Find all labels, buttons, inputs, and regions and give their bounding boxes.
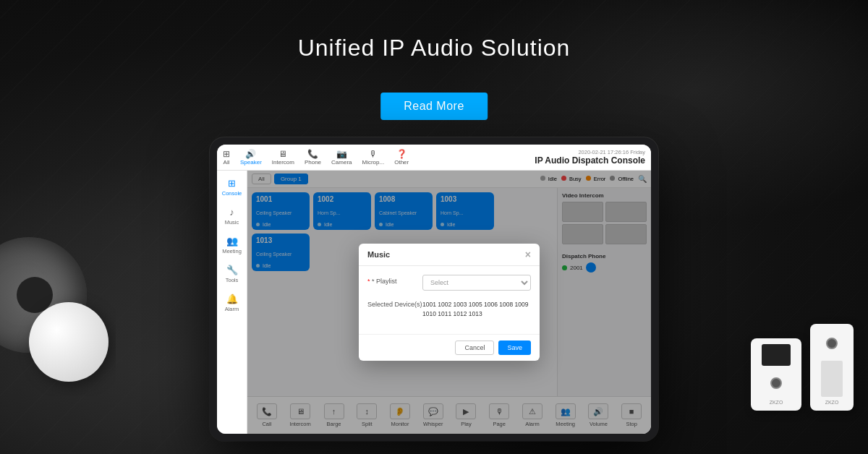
modal-cancel-button[interactable]: Cancel (455, 340, 494, 355)
modal-header: Music × (359, 244, 540, 266)
phone-icon: 📞 (307, 150, 318, 158)
sidebar-item-alarm[interactable]: 🔔 Alarm (218, 289, 246, 317)
tablet-container: ⊞ All 🔊 Speaker 🖥 Intercom 📞 Phone (210, 137, 658, 441)
nav-other-label: Other (394, 159, 409, 166)
music-modal: Music × * * Playlist Select (359, 244, 540, 361)
speaker-icon: 🔊 (245, 150, 256, 158)
sidebar-item-console[interactable]: ⊞ Console (218, 174, 246, 201)
playlist-label: * * Playlist (367, 275, 418, 285)
app-topbar: ⊞ All 🔊 Speaker 🖥 Intercom 📞 Phone (217, 145, 651, 171)
nav-phone-label: Phone (305, 159, 321, 166)
tablet-outer: ⊞ All 🔊 Speaker 🖥 Intercom 📞 Phone (210, 137, 658, 441)
sidebar-item-music[interactable]: ♪ Music (218, 202, 246, 230)
nav-all[interactable]: ⊞ All (223, 150, 230, 166)
app-title-right: 2020-02-21 17:26:16 Friday IP Audio Disp… (535, 149, 645, 166)
right-device-decorations: ZKZO ZKZO (751, 324, 854, 411)
nav-icons: ⊞ All 🔊 Speaker 🖥 Intercom 📞 Phone (223, 150, 409, 166)
nav-microphone[interactable]: 🎙 Microp... (362, 150, 385, 166)
console-title: IP Audio Dispatch Console (535, 155, 645, 166)
meeting-icon: 👥 (226, 236, 238, 247)
page-title: Unified IP Audio Solution (0, 35, 868, 61)
alarm-icon: 🔔 (226, 294, 238, 304)
modal-footer: Cancel Save (359, 334, 540, 361)
nav-other[interactable]: ❓ Other (394, 150, 409, 166)
read-more-button[interactable]: Read More (380, 93, 488, 120)
playlist-row: * * Playlist Select (367, 275, 531, 291)
sidebar-console-label: Console (222, 190, 242, 197)
white-sphere (29, 302, 109, 382)
nav-mic-label: Microp... (362, 159, 385, 166)
app-content: All Group 1 Idle Busy (247, 171, 651, 434)
nav-phone[interactable]: 📞 Phone (305, 150, 321, 166)
sidebar-meeting-label: Meeting (222, 248, 242, 254)
console-icon: ⊞ (228, 178, 236, 189)
modal-overlay: Music × * * Playlist Select (247, 171, 651, 434)
selected-devices-label: Selected Device(s) (367, 298, 418, 308)
all-icon: ⊞ (223, 150, 230, 158)
nav-all-label: All (224, 159, 230, 166)
device-box-2: ZKZO (810, 324, 854, 411)
microphone-icon: 🎙 (369, 150, 378, 158)
sidebar-alarm-label: Alarm (225, 306, 239, 312)
sidebar-item-meeting[interactable]: 👥 Meeting (218, 231, 246, 259)
modal-save-button[interactable]: Save (498, 340, 531, 355)
app-sidebar: ⊞ Console ♪ Music 👥 Meeting 🔧 Tools (217, 171, 247, 434)
device-screen-1 (762, 344, 791, 366)
device-box-1: ZKZO (751, 338, 801, 411)
nav-camera-label: Camera (331, 159, 352, 166)
sidebar-tools-label: Tools (226, 277, 239, 283)
nav-speaker[interactable]: 🔊 Speaker (240, 150, 262, 166)
nav-intercom[interactable]: 🖥 Intercom (272, 150, 294, 166)
left-speaker-decoration (0, 237, 116, 396)
nav-camera[interactable]: 📷 Camera (331, 150, 352, 166)
app-datetime: 2020-02-21 17:26:16 Friday (535, 149, 645, 155)
selected-devices-row: Selected Device(s) 1001 1002 1003 1005 1… (367, 298, 531, 319)
sidebar-item-tools[interactable]: 🔧 Tools (218, 260, 246, 288)
sidebar-music-label: Music (225, 219, 239, 226)
other-icon: ❓ (396, 150, 407, 158)
nav-speaker-label: Speaker (240, 159, 262, 166)
nav-intercom-label: Intercom (272, 159, 294, 166)
tablet-screen: ⊞ All 🔊 Speaker 🖥 Intercom 📞 Phone (217, 145, 651, 434)
playlist-select[interactable]: Select (422, 275, 531, 291)
intercom-icon: 🖥 (278, 150, 287, 158)
selected-devices-value: 1001 1002 1003 1005 1006 1008 1009 1010 … (422, 298, 531, 319)
modal-close-button[interactable]: × (525, 249, 531, 260)
modal-title: Music (367, 250, 390, 259)
device-lens-2 (826, 338, 838, 349)
camera-icon: 📷 (336, 150, 347, 158)
device-lens-1 (770, 377, 782, 389)
tools-icon: 🔧 (226, 265, 238, 275)
modal-body: * * Playlist Select Selected Device(s) 1… (359, 266, 540, 335)
app-body: ⊞ Console ♪ Music 👥 Meeting 🔧 Tools (217, 171, 651, 434)
music-icon: ♪ (229, 207, 234, 218)
